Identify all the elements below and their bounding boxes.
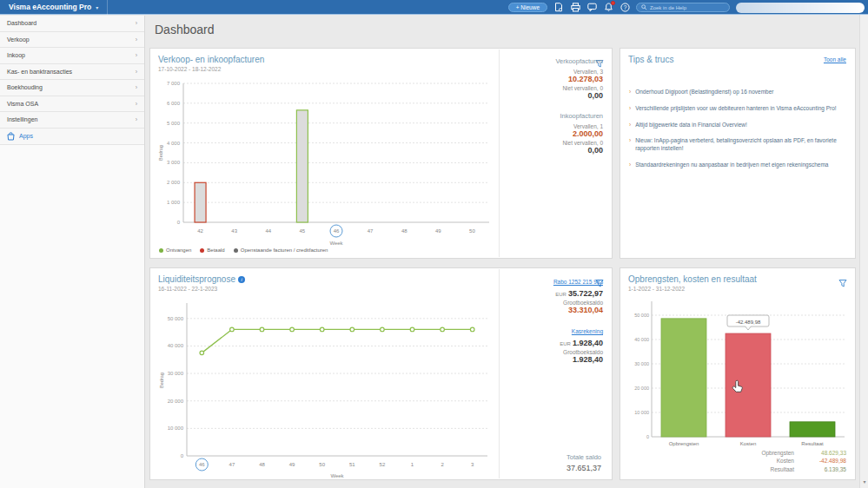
summary-label: Resultaat [771,465,794,473]
liquidity-point-week-46[interactable] [200,351,204,355]
sidebar-item-inkoop[interactable]: Inkoop› [0,48,144,64]
legend-label: Betaald [207,247,224,253]
invoice-bar-week-45[interactable] [296,110,308,222]
app-title[interactable]: Visma eAccounting Pro [9,3,91,11]
stats-header: Inkoopfacturen [505,112,603,120]
invoice-bar-week-42[interactable] [195,182,206,222]
chevron-right-icon: › [136,84,137,90]
svg-text:1 000: 1 000 [167,200,181,205]
chart-tooltip: -42.489,98 [727,315,769,330]
navbar-separator [107,0,108,15]
top-navbar: Visma eAccounting Pro ▾ + Nieuwe ? Zoek … [0,0,868,15]
sidebar-item-visma-osa[interactable]: Visma OSA› [0,96,144,113]
result-bar-kosten[interactable] [726,333,771,437]
liquidity-point-week-48[interactable] [260,327,264,332]
legend-dot-icon [234,248,238,253]
svg-text:?: ? [623,4,626,10]
chevron-down-icon[interactable]: ▾ [96,4,98,10]
ledger-balance-label: Grootboeksaldo [505,349,603,355]
liquidity-panel-daterange: 16-11-2022 - 22-1-2023 [158,286,217,292]
sidebar-item-kas-en-banktransacties[interactable]: Kas- en banktransacties› [0,64,144,81]
result-bar-resultaat[interactable] [790,422,835,437]
liquidity-point-week-2[interactable] [441,327,445,332]
sidebar-items: Dashboard›Verkoop›Inkoop›Kas- en banktra… [0,16,144,129]
info-icon[interactable]: i [238,276,245,283]
tip-link[interactable]: ›Standaardrekeningen nu aanpasbaar in be… [629,162,846,169]
nieuwe-button[interactable]: + Nieuwe [508,3,547,12]
svg-text:-42.489,98: -42.489,98 [736,320,761,325]
document-icon[interactable] [553,3,564,13]
sidebar-item-label: Dashboard [7,20,36,26]
result-panel-daterange: 1-1-2022 - 31-12-2022 [628,286,685,292]
sales-chart-legend: OntvangenBetaaldOpenstaande facturen / c… [159,247,328,253]
svg-text:50 000: 50 000 [168,316,184,321]
scrollbar-down-arrow[interactable]: ▾ [861,478,868,486]
vertical-scrollbar[interactable]: ▾ [859,15,868,488]
chat-icon[interactable] [586,3,597,13]
liquidity-title-text[interactable]: Liquiditeitsprognose [158,274,235,284]
tips-panel-title: Tips & trucs [628,55,673,64]
liquidity-panel-title: Liquiditeitsprognose i [158,274,245,284]
svg-text:47: 47 [368,228,374,234]
liquidity-point-week-3[interactable] [470,327,474,332]
sidebar-item-verkoop[interactable]: Verkoop› [0,32,144,49]
sidebar-item-boekhouding[interactable]: Boekhouding› [0,80,144,96]
sidebar-item-label: Boekhouding [7,84,43,90]
bank-account-link[interactable]: Rabo 1252 215 983 [505,279,603,285]
svg-text:43: 43 [231,228,237,234]
tip-link[interactable]: ›Verschillende prijslijsten voor uw debi… [629,105,846,113]
liquidity-point-week-47[interactable] [230,327,235,332]
tip-link[interactable]: ›Altijd bijgewerkte data in Financial Ov… [629,122,846,129]
sidebar-item-dashboard[interactable]: Dashboard› [0,16,144,32]
stats-row-value: 0,00 [505,146,603,155]
sidebar-item-label: Instellingen [7,116,37,122]
printer-icon[interactable] [570,3,580,13]
sales-panel-daterange: 17-10-2022 - 18-12-2022 [158,66,221,72]
svg-text:48: 48 [259,462,265,467]
result-panel: Opbrengsten, kosten en resultaat 1-1-202… [620,267,856,480]
svg-text:47: 47 [229,462,235,467]
sidebar-item-instellingen[interactable]: Instellingen› [0,112,144,129]
liquidity-point-week-51[interactable] [350,327,354,332]
tip-link[interactable]: ›Onderhoud Digipoort (Belastingdienst) o… [629,89,846,96]
chevron-right-icon: › [629,137,631,153]
bell-icon[interactable] [603,3,613,13]
spacer [505,100,603,112]
svg-text:51: 51 [349,462,355,467]
bank-account-link[interactable]: Kasrekening [505,328,603,334]
svg-text:Kosten: Kosten [740,441,757,446]
help-icon[interactable]: ? [620,3,630,13]
chevron-right-icon: › [136,116,137,122]
liquidity-point-week-49[interactable] [290,327,295,332]
svg-text:Week: Week [329,241,343,246]
svg-text:50: 50 [319,462,325,467]
svg-text:30 000: 30 000 [168,371,184,376]
result-bar-opbrengsten[interactable] [661,319,706,437]
help-search-input[interactable]: Zoek in de Help [636,3,730,12]
svg-text:10 000: 10 000 [168,425,184,431]
tip-link[interactable]: ›Nieuw: InApp-pagina verbeterd, betaling… [629,137,846,153]
sidebar-item-label: Inkoop [7,52,25,58]
sidebar-item-apps[interactable]: Apps [0,129,144,145]
ledger-balance-label: Grootboeksaldo [505,300,603,306]
svg-text:45: 45 [300,228,306,234]
filter-icon[interactable] [838,275,847,291]
liquidity-point-week-1[interactable] [410,327,414,332]
total-balance-value: 37.651,37 [567,464,601,472]
tip-text: Onderhoud Digipoort (Belastingdienst) op… [635,89,773,96]
sales-panel-title[interactable]: Verkoop- en inkoopfacturen [158,55,264,64]
chevron-right-icon: › [629,122,631,129]
svg-text:42: 42 [197,228,203,234]
svg-text:6 000: 6 000 [167,101,181,106]
svg-text:Opbrengsten: Opbrengsten [669,441,699,446]
tip-text: Nieuw: InApp-pagina verbeterd, betalings… [635,137,846,153]
summary-row: Kosten-42.489,98 [761,457,846,465]
liquidity-point-week-52[interactable] [381,327,385,332]
show-all-link[interactable]: Toon alle [824,56,846,63]
svg-text:5 000: 5 000 [167,121,181,126]
liquidity-point-week-50[interactable] [320,327,324,332]
stats-row-value: 10.278,03 [505,75,603,83]
navbar-right-blank [736,3,865,13]
svg-text:0: 0 [177,220,181,225]
ledger-balance-value: 1.928,40 [505,355,603,364]
